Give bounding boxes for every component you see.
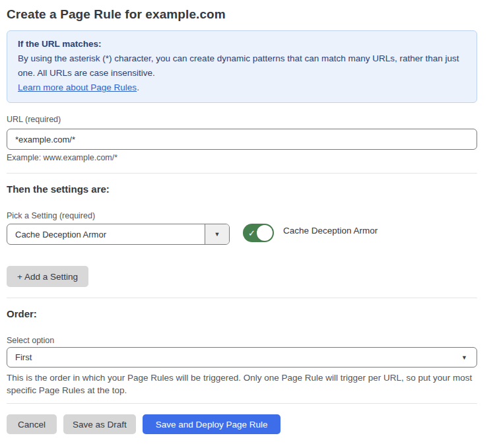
learn-more-link[interactable]: Learn more about Page Rules — [18, 82, 137, 92]
footer-actions: Cancel Save as Draft Save and Deploy Pag… — [7, 414, 477, 434]
order-select[interactable]: First ▼ — [7, 347, 477, 368]
link-suffix: . — [137, 82, 139, 92]
divider — [7, 173, 477, 174]
setting-toggle[interactable]: ✓ — [243, 224, 274, 242]
save-draft-button[interactable]: Save as Draft — [63, 414, 136, 434]
toggle-setting-label: Cache Deception Armor — [283, 224, 378, 236]
order-select-label: Select option — [7, 336, 477, 345]
page-title: Create a Page Rule for example.com — [7, 7, 477, 22]
setting-picker-value: Cache Deception Armor — [7, 224, 205, 244]
url-label: URL (required) — [7, 115, 477, 124]
settings-heading: Then the settings are: — [7, 183, 477, 195]
toggle-knob — [257, 225, 273, 241]
info-body: By using the asterisk (*) character, you… — [18, 51, 466, 80]
dropdown-arrow-icon: ▼ — [214, 231, 220, 238]
info-heading: If the URL matches: — [18, 37, 466, 51]
page-rule-form: Create a Page Rule for example.com If th… — [0, 0, 495, 446]
order-heading: Order: — [7, 308, 477, 319]
divider — [7, 403, 477, 404]
setting-picker-arrow-button[interactable]: ▼ — [205, 224, 229, 244]
cancel-button[interactable]: Cancel — [7, 414, 57, 434]
url-input[interactable] — [7, 129, 477, 150]
setting-row: Cache Deception Armor ▼ ✓ Cache Deceptio… — [7, 224, 477, 245]
order-helper: This is the order in which your Page Rul… — [7, 371, 477, 397]
add-setting-button[interactable]: + Add a Setting — [7, 266, 88, 287]
setting-picker-label: Pick a Setting (required) — [7, 211, 477, 220]
url-match-info-box: If the URL matches: By using the asteris… — [7, 30, 477, 103]
setting-picker[interactable]: Cache Deception Armor ▼ — [7, 224, 230, 245]
check-icon: ✓ — [248, 229, 255, 238]
info-link-line: Learn more about Page Rules. — [18, 80, 466, 95]
dropdown-arrow-icon: ▼ — [461, 354, 467, 361]
url-helper: Example: www.example.com/* — [7, 153, 477, 162]
order-select-value: First — [15, 352, 32, 362]
save-deploy-button[interactable]: Save and Deploy Page Rule — [143, 414, 281, 434]
divider — [7, 298, 477, 298]
